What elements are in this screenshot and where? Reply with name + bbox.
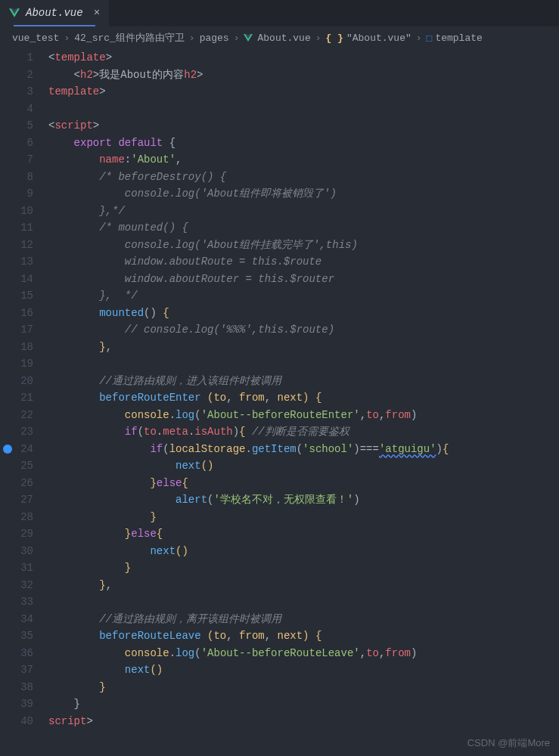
line-number: 40 [0,713,33,730]
code-line[interactable]: window.aboutRoute = this.$route [48,253,559,271]
breadcrumb-item[interactable]: About.vue [244,33,310,44]
code-line[interactable]: console.log('About组件挂载完毕了',this) [48,237,559,254]
line-number: 9 [0,185,33,203]
chevron-right-icon: › [315,33,321,44]
line-number: 36 [0,645,33,662]
line-number: 2 [0,67,33,84]
code-line[interactable]: } [48,509,559,526]
code-line[interactable]: beforeRouteLeave (to, from, next) { [48,627,559,645]
line-number: 5 [0,117,33,135]
chevron-right-icon: › [189,33,195,44]
line-number: 7 [0,151,33,169]
line-number: 16 [0,305,33,322]
code-line[interactable]: if(to.meta.isAuth){ //判断是否需要鉴权 [48,423,559,441]
line-number: 8 [0,169,33,186]
chevron-right-icon: › [234,33,240,44]
line-gutter: 1234567891011121314151617181920212223242… [0,49,48,756]
line-number: 20 [0,373,33,390]
code-line[interactable]: script> [48,713,559,730]
line-number: 25 [0,457,33,475]
line-number: 21 [0,389,33,407]
close-icon[interactable]: × [94,7,100,19]
code-line[interactable]: beforeRouteEnter (to, from, next) { [48,389,559,407]
code-line[interactable]: console.log('About组件即将被销毁了') [48,185,559,203]
code-line[interactable]: }, [48,577,559,594]
code-line[interactable]: } [48,679,559,696]
line-number: 37 [0,662,33,679]
tab-about-vue[interactable]: About.vue × [0,0,109,26]
vue-icon [244,33,254,42]
code-line[interactable]: } [48,559,559,577]
code-line[interactable]: next() [48,662,559,679]
code-line[interactable]: console.log('About--beforeRouteLeave',to… [48,645,559,662]
editor[interactable]: 1234567891011121314151617181920212223242… [0,49,559,756]
watermark: CSDN @前端More [467,736,550,750]
code-line[interactable]: window.aboutRouter = this.$router [48,271,559,288]
line-number: 28 [0,509,33,526]
vue-icon [9,8,20,17]
line-number: 22 [0,407,33,424]
chevron-right-icon: › [64,33,70,44]
code-line[interactable]: }, [48,339,559,356]
code-line[interactable]: console.log('About--beforeRouteEnter',to… [48,407,559,424]
line-number: 4 [0,101,33,118]
code-line[interactable]: next() [48,457,559,475]
tab-bar: About.vue × [0,0,559,26]
code-line[interactable]: } [48,696,559,713]
code-line[interactable]: //通过路由规则，离开该组件时被调用 [48,611,559,628]
code-area[interactable]: <template> <h2>我是About的内容h2>template><sc… [48,49,559,756]
code-line[interactable] [48,355,559,373]
breadcrumb-item[interactable]: 42_src_组件内路由守卫 [74,31,185,45]
code-line[interactable]: <script> [48,117,559,135]
code-line[interactable]: /* beforeDestroy() { [48,169,559,186]
line-number: 30 [0,543,33,560]
line-number: 35 [0,627,33,645]
code-line[interactable]: // console.log('%%%',this.$route) [48,321,559,339]
line-number: 23 [0,423,33,441]
code-line[interactable]: name:'About', [48,151,559,169]
breadcrumbs[interactable]: vue_test › 42_src_组件内路由守卫 › pages › Abou… [0,26,559,49]
brace-icon: { } [326,33,343,44]
line-number: 19 [0,355,33,373]
line-number: 31 [0,559,33,577]
breadcrumb-item[interactable]: ⬚ template [427,32,483,44]
template-icon: ⬚ [427,32,433,44]
code-line[interactable]: template> [48,83,559,101]
line-number: 17 [0,321,33,339]
code-line[interactable] [48,593,559,611]
chevron-right-icon: › [416,33,422,44]
breadcrumb-item[interactable]: pages [200,33,229,44]
line-number: 3 [0,83,33,101]
code-line[interactable]: export default { [48,135,559,152]
tab-underline [14,25,95,26]
code-line[interactable]: <h2>我是About的内容h2> [48,67,559,84]
breadcrumb-item[interactable]: { } "About.vue" [326,33,411,44]
code-line[interactable]: next() [48,543,559,560]
code-line[interactable]: <template> [48,49,559,67]
line-number: 10 [0,203,33,220]
line-number: 26 [0,475,33,492]
line-number: 32 [0,577,33,594]
line-number: 15 [0,287,33,305]
breadcrumb-item[interactable]: vue_test [12,33,59,44]
code-line[interactable]: if(localStorage.getItem('school')==='atg… [48,441,559,458]
line-number: 34 [0,611,33,628]
line-number: 27 [0,491,33,509]
line-number: 1 [0,49,33,67]
code-line[interactable]: }else{ [48,525,559,543]
line-number: 38 [0,679,33,696]
tab-filename: About.vue [26,7,83,19]
line-number: 39 [0,696,33,713]
code-line[interactable]: }, */ [48,287,559,305]
code-line[interactable]: /* mounted() { [48,219,559,237]
line-number: 6 [0,135,33,152]
code-line[interactable] [48,101,559,118]
code-line[interactable]: }else{ [48,475,559,492]
code-line[interactable]: mounted() { [48,305,559,322]
code-line[interactable]: alert('学校名不对，无权限查看！') [48,491,559,509]
code-line[interactable]: //通过路由规则，进入该组件时被调用 [48,373,559,390]
line-number: 18 [0,339,33,356]
line-number: 33 [0,593,33,611]
code-line[interactable]: },*/ [48,203,559,220]
line-number: 13 [0,253,33,271]
